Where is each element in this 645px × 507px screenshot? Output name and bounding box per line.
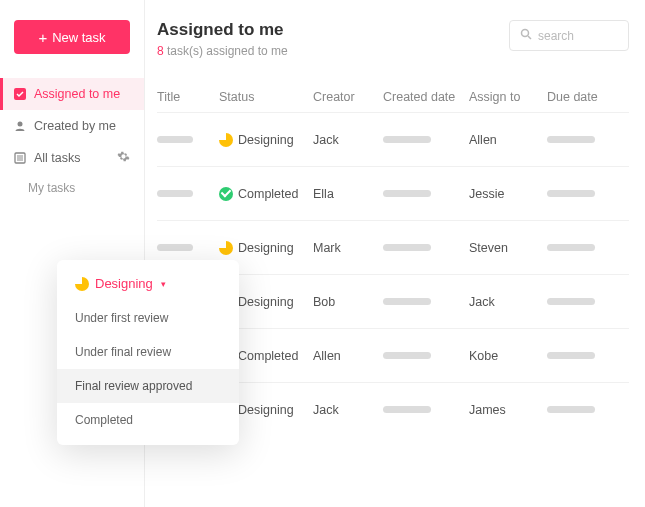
assign-to-cell: Allen <box>469 133 547 147</box>
sidebar-item-label: All tasks <box>34 151 81 165</box>
new-task-button[interactable]: + New task <box>14 20 130 54</box>
chevron-down-icon: ▾ <box>161 279 166 289</box>
status-cell[interactable]: Designing <box>219 241 313 255</box>
placeholder-cell <box>547 406 627 413</box>
sidebar-sub-my-tasks[interactable]: My tasks <box>0 174 144 202</box>
status-option[interactable]: Under final review <box>57 335 239 369</box>
placeholder-cell <box>383 190 469 197</box>
placeholder-cell <box>157 244 219 251</box>
table-header: Title Status Creator Created date Assign… <box>157 82 629 112</box>
svg-line-7 <box>528 36 531 39</box>
table-row[interactable]: DesigningJackAllen <box>157 112 629 166</box>
col-created-date: Created date <box>383 90 469 104</box>
placeholder-cell <box>383 136 469 143</box>
search-box[interactable] <box>509 20 629 51</box>
clock-icon <box>219 241 233 255</box>
col-title: Title <box>157 90 219 104</box>
assign-to-cell: Jessie <box>469 187 547 201</box>
placeholder-cell <box>383 406 469 413</box>
page-subtitle: 8 task(s) assigned to me <box>157 44 288 58</box>
plus-icon: + <box>38 30 47 45</box>
sidebar-item-label: Created by me <box>34 119 116 133</box>
sidebar-sub-label: My tasks <box>28 181 75 195</box>
creator-cell: Allen <box>313 349 383 363</box>
list-icon <box>14 152 26 164</box>
placeholder-cell <box>383 352 469 359</box>
gear-icon[interactable] <box>117 150 130 166</box>
placeholder-cell <box>157 190 219 197</box>
new-task-label: New task <box>52 30 105 45</box>
sidebar-item-created-by-me[interactable]: Created by me <box>0 110 144 142</box>
svg-point-1 <box>18 122 23 127</box>
creator-cell: Bob <box>313 295 383 309</box>
search-icon <box>520 28 532 43</box>
task-count: 8 <box>157 44 164 58</box>
status-cell[interactable]: Designing <box>219 133 313 147</box>
clock-icon <box>219 133 233 147</box>
clock-icon <box>75 277 89 291</box>
col-assign-to: Assign to <box>469 90 547 104</box>
status-label: Designing <box>238 241 294 255</box>
status-dropdown-current: Designing <box>95 276 153 291</box>
placeholder-cell <box>383 298 469 305</box>
col-status: Status <box>219 90 313 104</box>
status-label: Designing <box>238 133 294 147</box>
placeholder-cell <box>547 298 627 305</box>
check-circle-icon <box>219 187 233 201</box>
creator-cell: Jack <box>313 133 383 147</box>
status-label: Completed <box>238 349 298 363</box>
placeholder-cell <box>547 244 627 251</box>
status-dropdown: Designing ▾ Under first reviewUnder fina… <box>57 260 239 445</box>
assign-to-cell: Kobe <box>469 349 547 363</box>
placeholder-cell <box>157 136 219 143</box>
creator-cell: Jack <box>313 403 383 417</box>
creator-cell: Mark <box>313 241 383 255</box>
checklist-icon <box>14 88 26 100</box>
status-option[interactable]: Under first review <box>57 301 239 335</box>
status-dropdown-trigger[interactable]: Designing ▾ <box>57 276 239 301</box>
table-row[interactable]: CompletedEllaJessie <box>157 166 629 220</box>
sidebar-item-assigned-to-me[interactable]: Assigned to me <box>0 78 144 110</box>
page-title: Assigned to me <box>157 20 288 40</box>
sidebar-item-label: Assigned to me <box>34 87 120 101</box>
status-label: Completed <box>238 187 298 201</box>
status-label: Designing <box>238 295 294 309</box>
status-label: Designing <box>238 403 294 417</box>
sidebar-item-all-tasks[interactable]: All tasks <box>0 142 144 174</box>
search-input[interactable] <box>538 29 618 43</box>
svg-point-6 <box>522 30 529 37</box>
status-option[interactable]: Final review approved <box>57 369 239 403</box>
task-count-suffix: task(s) assigned to me <box>164 44 288 58</box>
placeholder-cell <box>383 244 469 251</box>
placeholder-cell <box>547 352 627 359</box>
status-option[interactable]: Completed <box>57 403 239 437</box>
placeholder-cell <box>547 190 627 197</box>
status-cell[interactable]: Completed <box>219 187 313 201</box>
col-creator: Creator <box>313 90 383 104</box>
creator-cell: Ella <box>313 187 383 201</box>
assign-to-cell: Jack <box>469 295 547 309</box>
assign-to-cell: James <box>469 403 547 417</box>
placeholder-cell <box>547 136 627 143</box>
assign-to-cell: Steven <box>469 241 547 255</box>
user-icon <box>14 120 26 132</box>
col-due-date: Due date <box>547 90 627 104</box>
